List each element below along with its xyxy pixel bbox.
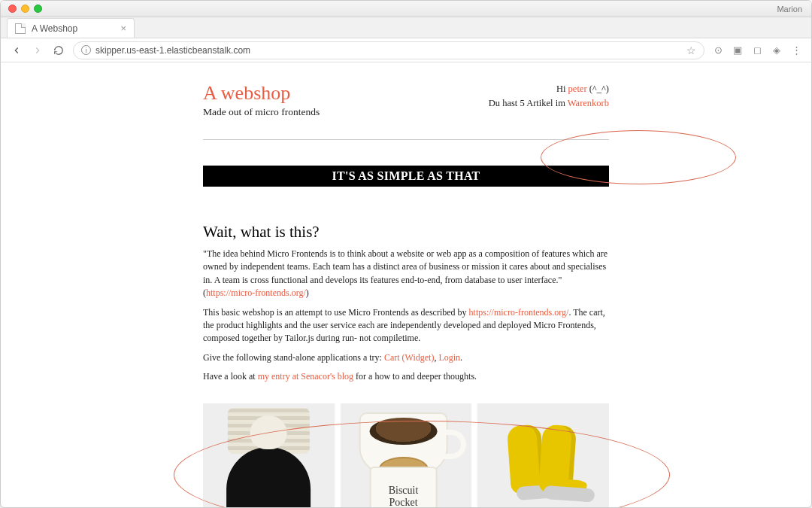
window-titlebar: Marion bbox=[1, 1, 811, 17]
tab-strip: A Webshop × bbox=[1, 17, 811, 38]
address-bar[interactable]: i skipper.us-east-1.elasticbeanstalk.com… bbox=[73, 41, 704, 59]
product-image-2: Biscuit Pocket bbox=[341, 403, 472, 507]
bookmark-icon[interactable]: ☆ bbox=[686, 44, 696, 56]
tab-title: A Webshop bbox=[32, 23, 77, 34]
site-info-icon[interactable]: i bbox=[81, 45, 91, 55]
user-name-link[interactable]: peter bbox=[568, 84, 587, 94]
para-1-end: ) bbox=[306, 287, 309, 298]
ext-icon-1[interactable]: ⊙ bbox=[712, 44, 724, 56]
browser-tab[interactable]: A Webshop × bbox=[7, 18, 135, 38]
close-tab-icon[interactable]: × bbox=[120, 23, 126, 34]
site-title: A webshop bbox=[203, 82, 320, 105]
page-content: A webshop Made out of micro frontends Hi… bbox=[203, 62, 609, 507]
section-heading: Wait, what is this? bbox=[203, 223, 609, 242]
menu-icon[interactable]: ⋮ bbox=[790, 44, 802, 56]
para-4-text: Have a look at bbox=[203, 371, 258, 382]
para-2-link[interactable]: https://micro-frontends.org/ bbox=[469, 307, 569, 318]
cart-mid: Artikel im bbox=[525, 98, 568, 108]
greeting-line: Hi peter (^_^) bbox=[489, 82, 609, 96]
cast-icon[interactable]: ▣ bbox=[732, 44, 744, 56]
cart-link[interactable]: Warenkorb bbox=[568, 98, 609, 108]
site-subtitle: Made out of micro frontends bbox=[203, 106, 320, 118]
para-4-link[interactable]: my entry at Senacor's blog bbox=[258, 371, 353, 382]
ext-icon-2[interactable]: ◻ bbox=[751, 44, 763, 56]
product-row: A Pillow Hat :O IN DEN WARENKORB LEGEN B… bbox=[203, 403, 609, 507]
para-3: Give the following stand-alone applicati… bbox=[203, 351, 609, 364]
maximize-window-icon[interactable] bbox=[34, 5, 42, 13]
forward-button[interactable] bbox=[31, 44, 44, 57]
para-4-end: for a how to and deeper thoughts. bbox=[353, 371, 477, 382]
pocket-label-1: Biscuit bbox=[389, 485, 419, 497]
profile-name: Marion bbox=[777, 5, 802, 14]
browser-toolbar: i skipper.us-east-1.elasticbeanstalk.com… bbox=[1, 38, 811, 62]
product-card-3: Free your toes IN DEN WARENKORB LEGEN bbox=[477, 403, 609, 507]
user-box: Hi peter (^_^) Du hast 5 Artikel im Ware… bbox=[489, 82, 609, 111]
page-viewport: A webshop Made out of micro frontends Hi… bbox=[1, 62, 811, 507]
para-3-end: . bbox=[460, 352, 462, 363]
product-card-1: A Pillow Hat :O IN DEN WARENKORB LEGEN bbox=[203, 403, 335, 507]
brand-block: A webshop Made out of micro frontends bbox=[203, 82, 320, 118]
greeting-emoji: (^_^) bbox=[587, 84, 609, 94]
window-controls bbox=[1, 5, 42, 13]
divider bbox=[203, 139, 609, 140]
reload-button[interactable] bbox=[52, 44, 65, 57]
pocket-label-2: Pocket bbox=[389, 497, 417, 507]
greeting-prefix: Hi bbox=[556, 84, 568, 94]
product-image-3 bbox=[477, 403, 609, 507]
cart-line: Du hast 5 Artikel im Warenkorb bbox=[489, 96, 609, 111]
extension-icons: ⊙ ▣ ◻ ◈ ⋮ bbox=[712, 44, 802, 56]
para-3-text: Give the following stand-alone applicati… bbox=[203, 352, 384, 363]
back-button[interactable] bbox=[10, 44, 23, 57]
para-4: Have a look at my entry at Senacor's blo… bbox=[203, 370, 609, 383]
para-2: This basic webshop is an attempt to use … bbox=[203, 306, 609, 345]
para-3-link-1[interactable]: Cart (Widget) bbox=[384, 352, 435, 363]
page-icon bbox=[15, 23, 26, 34]
ext-icon-3[interactable]: ◈ bbox=[771, 44, 783, 56]
url-text: skipper.us-east-1.elasticbeanstalk.com bbox=[95, 45, 250, 56]
hero-banner: IT'S AS SIMPLE AS THAT bbox=[203, 166, 609, 187]
minimize-window-icon[interactable] bbox=[21, 5, 29, 13]
page-header: A webshop Made out of micro frontends Hi… bbox=[203, 82, 609, 118]
cart-prefix: Du hast bbox=[489, 98, 520, 108]
product-card-2: Biscuit Pocket I WANT COOKIES IN DEN WAR… bbox=[341, 403, 472, 507]
product-image-1 bbox=[203, 403, 335, 507]
para-3-link-2[interactable]: Login bbox=[438, 352, 460, 363]
para-1: "The idea behind Micro Frontends is to t… bbox=[203, 248, 609, 300]
para-2-text: This basic webshop is an attempt to use … bbox=[203, 307, 469, 318]
para-1-link[interactable]: https://micro-frontends.org/ bbox=[206, 287, 306, 298]
browser-window: Marion A Webshop × i skipper.us-east-1.e… bbox=[0, 0, 812, 508]
close-window-icon[interactable] bbox=[8, 5, 17, 13]
